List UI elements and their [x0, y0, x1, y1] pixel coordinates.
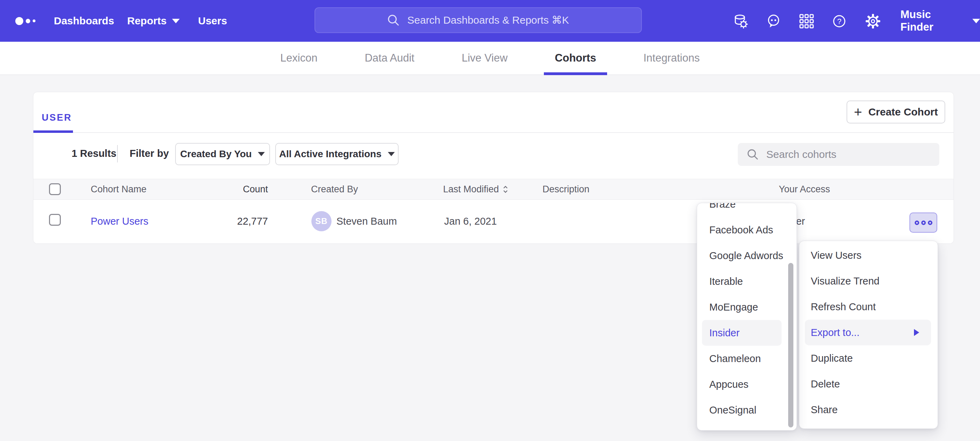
active-tab-underline [33, 130, 73, 133]
plus-icon: + [854, 105, 862, 119]
mixpanel-dots-logo-icon[interactable] [15, 0, 35, 42]
menu-item-facebook-ads[interactable]: Facebook Ads [697, 217, 797, 243]
chevron-down-icon [258, 152, 265, 156]
row-checkbox[interactable] [49, 214, 61, 226]
global-search-bar[interactable] [315, 7, 642, 33]
cohort-context-menu: View Users Visualize Trend Refresh Count… [799, 241, 938, 429]
menu-item-view-users[interactable]: View Users [799, 243, 938, 268]
menu-item-braze[interactable]: Braze [697, 203, 797, 217]
nav-item-users[interactable]: Users [198, 0, 227, 42]
tab-cohorts[interactable]: Cohorts [544, 42, 608, 74]
project-name: Music Finder [900, 8, 965, 34]
data-settings-icon[interactable] [733, 13, 749, 29]
section-tabs: Lexicon Data Audit Live View Cohorts Int… [0, 42, 980, 75]
avatar: SB [311, 211, 331, 231]
project-caret-icon [972, 19, 980, 23]
project-selector[interactable]: Music Finder [900, 0, 980, 42]
apps-grid-icon[interactable] [799, 13, 815, 29]
search-icon [387, 13, 400, 27]
integrations-filter-dropdown[interactable]: All Active Integrations [275, 143, 399, 165]
created-by-value: Steven Baum [336, 216, 397, 227]
menu-item-iterable[interactable]: Iterable [697, 268, 797, 294]
global-search-input[interactable] [407, 14, 570, 26]
create-cohort-button[interactable]: + Create Cohort [846, 101, 945, 123]
menu-item-google-adwords[interactable]: Google Adwords [697, 243, 797, 268]
nav-item-dashboards[interactable]: Dashboards [54, 0, 114, 42]
menu-item-duplicate[interactable]: Duplicate [799, 345, 938, 371]
menu-item-delete[interactable]: Delete [799, 371, 938, 397]
tab-lexicon[interactable]: Lexicon [269, 42, 329, 74]
export-destinations-menu: Braze Facebook Ads Google Adwords Iterab… [697, 203, 797, 431]
divider [33, 132, 954, 133]
table-row: Power Users 22,777 SB Steven Baum Jan 6,… [33, 200, 954, 243]
row-actions-button[interactable] [910, 213, 937, 233]
menu-item-share[interactable]: Share [799, 397, 938, 423]
column-header-description[interactable]: Description [542, 184, 589, 195]
help-icon[interactable]: ? [831, 13, 847, 29]
svg-text:?: ? [837, 17, 842, 26]
top-navigation-bar: Dashboards Reports Users [0, 0, 980, 42]
column-header-last-modified[interactable]: Last Modified [443, 184, 508, 196]
tab-integrations[interactable]: Integrations [632, 42, 711, 74]
menu-item-appcues[interactable]: Appcues [697, 371, 797, 397]
cohort-search-input[interactable] [765, 148, 912, 161]
chevron-down-icon [172, 19, 180, 23]
search-icon [746, 148, 759, 161]
tab-data-audit[interactable]: Data Audit [353, 42, 425, 74]
settings-gear-icon[interactable] [865, 13, 881, 29]
column-header-created-by[interactable]: Created By [311, 184, 358, 195]
menu-item-onesignal[interactable]: OneSignal [697, 397, 797, 423]
table-header: Cohort Name Count Created By Last Modifi… [33, 179, 954, 200]
menu-item-export-to[interactable]: Export to... [805, 320, 931, 345]
column-header-your-access[interactable]: Your Access [779, 184, 830, 195]
menu-scrollbar[interactable] [788, 263, 793, 427]
nav-item-reports[interactable]: Reports [127, 0, 180, 42]
submenu-arrow-icon [914, 329, 919, 336]
created-by-filter-dropdown[interactable]: Created By You [175, 143, 270, 165]
menu-item-refresh-count[interactable]: Refresh Count [799, 294, 938, 320]
cohort-name-link[interactable]: Power Users [91, 216, 148, 227]
chevron-down-icon [388, 152, 395, 156]
column-header-cohort-name[interactable]: Cohort Name [91, 184, 146, 195]
tab-live-view[interactable]: Live View [450, 42, 519, 74]
menu-item-moengage[interactable]: MoEngage [697, 294, 797, 320]
cohort-search-bar[interactable] [738, 143, 939, 166]
filter-by-label: Filter by [130, 148, 169, 159]
tab-user-cohorts[interactable]: USER [42, 112, 72, 123]
results-count: 1 Results [72, 148, 116, 159]
menu-item-chameleon[interactable]: Chameleon [697, 346, 797, 371]
more-dots-icon [915, 220, 919, 225]
sort-icon[interactable] [503, 185, 508, 196]
column-header-count[interactable]: Count [233, 184, 268, 195]
cohort-count: 22,777 [233, 216, 268, 227]
feedback-icon[interactable] [765, 13, 781, 29]
select-all-checkbox[interactable] [49, 183, 61, 195]
menu-item-visualize-trend[interactable]: Visualize Trend [799, 268, 938, 294]
last-modified-value: Jan 6, 2021 [444, 216, 497, 227]
menu-item-insider[interactable]: Insider [702, 320, 781, 346]
cohorts-panel: USER + Create Cohort 1 Results Filter by… [33, 92, 954, 244]
divider [117, 145, 118, 162]
